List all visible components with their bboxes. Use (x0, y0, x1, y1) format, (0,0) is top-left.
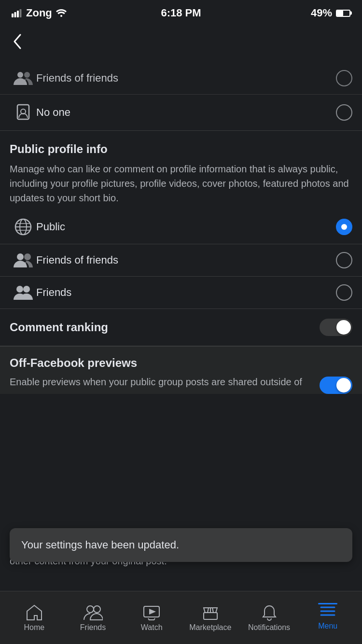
svg-point-14 (16, 286, 23, 293)
svg-point-17 (94, 606, 100, 613)
svg-point-6 (24, 72, 30, 78)
nav-home[interactable]: Home (5, 599, 64, 632)
carrier-name: Zong (26, 7, 52, 19)
friends-of-friends-option-row[interactable]: Friends of friends (0, 244, 362, 277)
nav-notifications[interactable]: Notifications (240, 599, 299, 632)
settings-updated-toast: Your settings have been updated. (10, 528, 352, 562)
status-bar: Zong 6:18 PM 49% (0, 0, 362, 24)
page-header (0, 24, 362, 62)
nav-marketplace-label: Marketplace (189, 623, 231, 632)
friends-of-friends-option-label: Friends of friends (36, 254, 336, 266)
toast-message: Your settings have been updated. (21, 539, 179, 551)
friends-of-friends-option-icon (10, 252, 36, 268)
public-profile-section-header: Public profile info Manage who can like … (0, 131, 362, 210)
battery-container: 49% (311, 7, 350, 19)
friends-of-friends-icon (10, 70, 36, 86)
svg-rect-1 (14, 12, 16, 17)
nav-menu[interactable]: Menu (298, 600, 357, 630)
off-facebook-toggle[interactable] (320, 377, 352, 394)
top-friends-of-friends-row[interactable]: Friends of friends (0, 62, 362, 95)
battery-icon (336, 10, 350, 17)
svg-point-5 (17, 72, 23, 78)
public-option-row[interactable]: Public (0, 210, 362, 244)
off-facebook-section: Off-Facebook previews Enable previews wh… (0, 346, 362, 394)
svg-point-16 (87, 606, 94, 613)
svg-rect-20 (204, 613, 217, 619)
friends-option-icon (10, 284, 36, 301)
no-one-icon (10, 103, 36, 122)
carrier-wifi: Zong (12, 7, 67, 19)
nav-home-label: Home (24, 623, 44, 632)
friends-option-row[interactable]: Friends (0, 277, 362, 309)
no-one-radio[interactable] (336, 104, 352, 121)
public-icon (10, 218, 36, 236)
nav-notifications-label: Notifications (248, 623, 290, 632)
svg-rect-0 (12, 14, 14, 17)
no-one-label: No one (36, 106, 336, 119)
no-one-row[interactable]: No one (0, 95, 362, 131)
svg-line-21 (208, 608, 209, 613)
friends-option-radio[interactable] (336, 284, 352, 301)
top-friends-of-friends-label: Friends of friends (36, 72, 336, 84)
comment-ranking-row[interactable]: Comment ranking (0, 309, 362, 346)
public-profile-title: Public profile info (10, 142, 352, 156)
svg-point-13 (24, 253, 31, 260)
nav-marketplace[interactable]: Marketplace (181, 599, 240, 632)
bottom-navigation: Home Friends Watch Marketplace (0, 591, 362, 644)
svg-point-12 (17, 253, 24, 260)
nav-friends[interactable]: Friends (64, 599, 123, 632)
battery-percent: 49% (311, 7, 332, 19)
nav-watch-label: Watch (141, 623, 163, 632)
back-button[interactable] (10, 31, 24, 56)
off-facebook-title: Off-Facebook previews (10, 356, 352, 370)
svg-point-15 (23, 286, 30, 293)
public-label: Public (36, 221, 336, 233)
svg-rect-3 (20, 9, 22, 17)
off-facebook-knob (336, 378, 351, 392)
svg-point-4 (60, 15, 62, 17)
svg-line-22 (212, 608, 213, 613)
public-profile-description: Manage who can like or comment on profil… (10, 162, 352, 205)
status-time: 6:18 PM (161, 7, 201, 19)
friends-option-label: Friends (36, 286, 336, 299)
svg-rect-2 (17, 11, 19, 17)
top-friends-of-friends-radio[interactable] (336, 70, 352, 86)
comment-ranking-toggle[interactable] (320, 319, 352, 336)
comment-ranking-label: Comment ranking (10, 321, 108, 334)
svg-marker-19 (149, 609, 156, 615)
friends-of-friends-option-radio[interactable] (336, 252, 352, 268)
nav-watch[interactable]: Watch (122, 599, 181, 632)
comment-ranking-knob (336, 320, 351, 335)
public-radio[interactable] (336, 219, 352, 235)
nav-friends-label: Friends (80, 623, 106, 632)
off-facebook-description: Enable previews when your public group p… (10, 375, 312, 389)
nav-menu-label: Menu (318, 622, 337, 630)
